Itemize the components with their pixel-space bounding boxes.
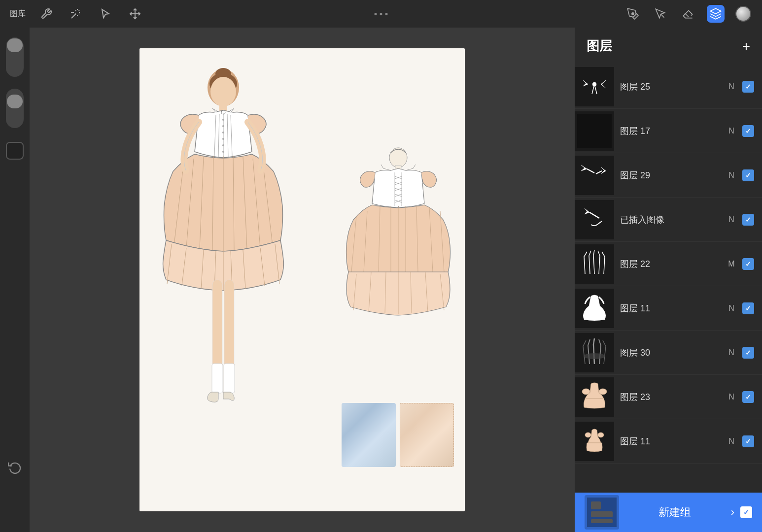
fashion-illustration-sketch: [342, 147, 455, 334]
layer-mode-17: N: [727, 127, 736, 135]
new-group-chevron-icon: ›: [731, 506, 734, 519]
layer-item-23[interactable]: 图层 23 N: [575, 375, 762, 419]
transform-icon[interactable]: [126, 5, 144, 23]
layer-visibility-11b[interactable]: [742, 435, 754, 447]
fabric-swatch-beige: [400, 403, 454, 467]
layer-thumb-22: [575, 244, 614, 284]
brush-opacity-slider-container: [6, 89, 24, 128]
layer-visibility-17[interactable]: [742, 125, 754, 137]
svg-rect-98: [591, 519, 613, 523]
layer-name-23: 图层 23: [620, 391, 727, 403]
layer-mode-11: N: [727, 304, 736, 313]
svg-point-17: [222, 132, 224, 133]
svg-rect-81: [577, 114, 612, 148]
color-swatch[interactable]: [6, 142, 24, 160]
layer-mode-29: N: [727, 171, 736, 180]
svg-point-88: [584, 353, 605, 359]
canvas-content: [139, 48, 465, 511]
brush-opacity-slider[interactable]: [6, 89, 24, 128]
layers-panel: 图层 + 图层 25 N: [575, 28, 762, 532]
layer-item-30[interactable]: 图层 30 N: [575, 331, 762, 375]
canvas-area[interactable]: [30, 28, 575, 532]
svg-point-94: [598, 432, 604, 437]
fashion-illustration-main: [159, 63, 287, 487]
toolbar-left: 图库: [10, 5, 144, 23]
left-sidebar: [0, 28, 30, 532]
svg-point-15: [222, 119, 224, 121]
svg-rect-82: [577, 158, 612, 193]
svg-line-59: [381, 165, 383, 168]
layer-thumb-inserted: [575, 200, 614, 239]
layer-thumb-29: [575, 156, 614, 195]
layer-visibility-30[interactable]: [742, 347, 754, 359]
layer-item-11b[interactable]: 图层 11 N: [575, 419, 762, 464]
layer-item-inserted[interactable]: 已插入图像 N: [575, 198, 762, 242]
layer-name-inserted: 已插入图像: [620, 214, 727, 226]
layer-name-22: 图层 22: [620, 258, 727, 270]
layer-item-17[interactable]: 图层 17 N: [575, 109, 762, 153]
layer-visibility-23[interactable]: [742, 391, 754, 403]
gallery-button[interactable]: 图库: [10, 9, 26, 19]
layer-visibility-25[interactable]: [742, 81, 754, 93]
fabric-swatch-blue: [342, 403, 396, 467]
dot1: [375, 13, 377, 15]
wrench-icon[interactable]: [37, 5, 55, 23]
add-layer-button[interactable]: +: [742, 39, 750, 53]
dot3: [385, 13, 388, 15]
smudge-tool-icon[interactable]: [652, 5, 669, 23]
layer-item-11[interactable]: 图层 11 N: [575, 286, 762, 331]
layer-mode-inserted: N: [727, 215, 736, 224]
svg-point-16: [222, 125, 224, 127]
selection-icon[interactable]: [97, 5, 114, 23]
svg-point-93: [585, 432, 591, 437]
new-group-button[interactable]: 新建组 ›: [575, 493, 762, 532]
svg-rect-96: [591, 501, 601, 509]
layer-name-11: 图层 11: [620, 302, 727, 314]
top-toolbar: 图库: [0, 0, 762, 28]
undo-button[interactable]: [8, 460, 22, 477]
magic-wand-icon[interactable]: [67, 5, 85, 23]
svg-point-43: [389, 148, 407, 167]
svg-rect-41: [212, 364, 223, 393]
layers-list[interactable]: 图层 25 N 图层 17 N: [575, 65, 762, 493]
layer-thumb-17: [575, 111, 614, 151]
layer-mode-11b: N: [727, 437, 736, 446]
layer-item-22[interactable]: 图层 22 M: [575, 242, 762, 286]
toolbar-center[interactable]: [375, 13, 388, 15]
panel-title: 图层: [587, 37, 612, 55]
new-group-visibility[interactable]: [740, 506, 752, 518]
layer-name-29: 图层 29: [620, 169, 727, 181]
layer-visibility-22[interactable]: [742, 258, 754, 270]
svg-point-20: [222, 151, 224, 153]
layer-visibility-11[interactable]: [742, 302, 754, 314]
layer-mode-25: N: [727, 82, 736, 91]
svg-point-2: [632, 13, 634, 15]
eraser-tool-icon[interactable]: [679, 5, 697, 23]
new-group-label: 新建组: [619, 505, 731, 520]
layer-name-17: 图层 17: [620, 125, 727, 137]
layer-name-30: 图层 30: [620, 347, 727, 359]
pen-tool-icon[interactable]: [624, 5, 642, 23]
layer-item-25[interactable]: 图层 25 N: [575, 65, 762, 109]
panel-header: 图层 +: [575, 28, 762, 65]
fabric-swatches: [342, 403, 455, 472]
brush-size-slider[interactable]: [6, 37, 24, 77]
svg-point-91: [599, 389, 607, 395]
svg-line-60: [413, 165, 416, 168]
layer-name-25: 图层 25: [620, 81, 727, 93]
svg-rect-42: [224, 364, 235, 393]
colors-icon[interactable]: [734, 5, 752, 23]
svg-point-19: [222, 144, 224, 146]
svg-rect-83: [577, 202, 612, 237]
layer-mode-22: M: [727, 260, 736, 268]
layer-visibility-29[interactable]: [742, 169, 754, 181]
svg-rect-77: [577, 69, 612, 104]
layer-thumb-11: [575, 289, 614, 328]
new-group-thumb: [585, 495, 619, 530]
layer-item-29[interactable]: 图层 29 N: [575, 153, 762, 198]
layer-thumb-11b: [575, 422, 614, 461]
svg-point-18: [222, 138, 224, 140]
brush-size-slider-container: [6, 37, 24, 77]
layers-icon[interactable]: [707, 5, 725, 23]
layer-visibility-inserted[interactable]: [742, 214, 754, 226]
